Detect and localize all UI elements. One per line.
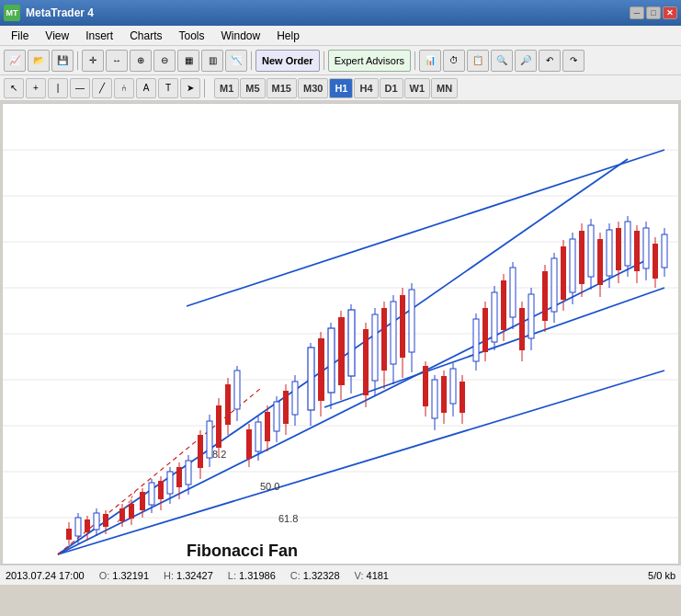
open-label: O: xyxy=(99,570,110,581)
tf-m30[interactable]: M30 xyxy=(298,78,328,98)
menu-tools[interactable]: Tools xyxy=(172,28,212,44)
tf-w1[interactable]: W1 xyxy=(404,78,431,98)
svg-rect-139 xyxy=(653,244,658,279)
tf-d1[interactable]: D1 xyxy=(380,78,403,98)
menu-view[interactable]: View xyxy=(38,28,76,44)
svg-rect-65 xyxy=(283,391,289,424)
tf-h4[interactable]: H4 xyxy=(354,78,378,98)
maximize-button[interactable]: □ xyxy=(646,6,661,19)
new-order-button[interactable]: New Order xyxy=(255,50,320,72)
text-tool[interactable]: A xyxy=(136,78,156,98)
fibonacci-fan-label: Fibonacci Fan xyxy=(187,542,298,560)
svg-rect-77 xyxy=(348,310,355,376)
zoom-out-button[interactable]: ⊖ xyxy=(153,50,176,72)
svg-rect-119 xyxy=(561,246,566,300)
svg-rect-93 xyxy=(432,380,437,418)
template-button[interactable]: 📋 xyxy=(467,50,489,72)
menu-file[interactable]: File xyxy=(4,28,36,44)
svg-rect-45 xyxy=(186,461,191,485)
crosshair-button[interactable]: ✛ xyxy=(82,50,104,72)
svg-rect-109 xyxy=(510,268,516,317)
volume-value: 4181 xyxy=(367,570,389,581)
main-toolbar: 📈 📂 💾 ✛ ↔ ⊕ ⊖ ▦ ▥ 📉 New Order Expert Adv… xyxy=(0,46,681,75)
vertical-line-tool[interactable]: | xyxy=(48,78,68,98)
zoom-in-button[interactable]: ⊕ xyxy=(130,50,152,72)
horizontal-line-tool[interactable]: — xyxy=(70,78,90,98)
scroll-button[interactable]: ↔ xyxy=(106,50,128,72)
crosshair-tool[interactable]: + xyxy=(26,78,46,98)
tf-m1[interactable]: M1 xyxy=(214,78,239,98)
tf-mn[interactable]: MN xyxy=(431,78,458,98)
svg-rect-95 xyxy=(441,376,447,413)
arrow-tool[interactable]: ↖ xyxy=(4,78,24,98)
svg-rect-57 xyxy=(246,429,252,459)
menu-insert[interactable]: Insert xyxy=(78,28,120,44)
expert-advisors-button[interactable]: Expert Advisors xyxy=(328,50,411,72)
svg-rect-83 xyxy=(381,308,387,371)
high-label: H: xyxy=(164,570,174,581)
label-tool[interactable]: T xyxy=(158,78,178,98)
chart-area[interactable]: 38.2 50.0 61.8 xyxy=(2,103,679,565)
trendline-tool[interactable]: ╱ xyxy=(92,78,112,98)
svg-rect-69 xyxy=(308,348,314,410)
tf-m5[interactable]: M5 xyxy=(240,78,265,98)
svg-rect-47 xyxy=(198,435,203,468)
svg-rect-79 xyxy=(363,329,369,395)
svg-rect-141 xyxy=(662,234,667,268)
svg-rect-55 xyxy=(234,371,240,409)
open-button[interactable]: 📂 xyxy=(28,50,50,72)
svg-rect-123 xyxy=(579,231,585,284)
svg-rect-103 xyxy=(482,308,488,352)
minimize-button[interactable]: ─ xyxy=(630,6,644,19)
svg-rect-41 xyxy=(167,472,173,494)
drawing-toolbar: ↖ + | — ╱ ⑃ A T ➤ M1 M5 M15 M30 H1 H4 D1… xyxy=(0,75,681,101)
svg-rect-85 xyxy=(391,302,396,364)
svg-rect-51 xyxy=(216,405,221,448)
svg-rect-113 xyxy=(528,294,534,338)
svg-rect-111 xyxy=(519,308,525,350)
new-chart-button[interactable]: 📈 xyxy=(4,50,26,72)
volume-label: V: xyxy=(355,570,364,581)
svg-rect-125 xyxy=(588,225,594,277)
tf-m15[interactable]: M15 xyxy=(267,78,297,98)
arrow-mark-tool[interactable]: ➤ xyxy=(180,78,200,98)
svg-rect-31 xyxy=(119,508,125,521)
datetime-label: 2013.07.24 17:00 xyxy=(6,570,85,581)
low-label: L: xyxy=(228,570,236,581)
tf-h1[interactable]: H1 xyxy=(329,78,353,98)
svg-rect-35 xyxy=(140,492,145,510)
svg-rect-20 xyxy=(66,529,72,540)
history-button[interactable]: ↶ xyxy=(539,50,561,72)
timeframe-group: M1 M5 M15 M30 H1 H4 D1 W1 MN xyxy=(214,78,458,98)
menu-charts[interactable]: Charts xyxy=(122,28,169,44)
svg-rect-107 xyxy=(501,280,506,330)
chart-zoom-out[interactable]: 🔎 xyxy=(515,50,537,72)
close-value: 1.32328 xyxy=(303,570,340,581)
pitchfork-tool[interactable]: ⑃ xyxy=(114,78,134,98)
svg-rect-33 xyxy=(129,504,134,519)
menu-help[interactable]: Help xyxy=(269,28,307,44)
svg-rect-26 xyxy=(94,513,99,530)
candle-button[interactable]: ▥ xyxy=(201,50,223,72)
separator5 xyxy=(204,79,205,97)
bar-chart-button[interactable]: ▦ xyxy=(177,50,199,72)
menu-window[interactable]: Window xyxy=(214,28,268,44)
line-chart-button[interactable]: 📉 xyxy=(225,50,247,72)
chart-zoom-in[interactable]: 🔍 xyxy=(491,50,513,72)
svg-rect-131 xyxy=(616,228,621,270)
save-button[interactable]: 💾 xyxy=(51,50,74,72)
svg-rect-53 xyxy=(225,384,231,425)
open-value: 1.32191 xyxy=(112,570,149,581)
indicators-button[interactable]: 📊 xyxy=(419,50,441,72)
svg-rect-73 xyxy=(328,328,335,393)
forward-button[interactable]: ↷ xyxy=(562,50,585,72)
close-button[interactable]: ✕ xyxy=(663,6,677,19)
title-bar: MT MetaTrader 4 ─ □ ✕ xyxy=(0,0,681,26)
svg-rect-61 xyxy=(265,412,270,441)
svg-rect-127 xyxy=(597,239,603,285)
periodicity-button[interactable]: ⏱ xyxy=(443,50,465,72)
svg-rect-24 xyxy=(85,519,90,532)
svg-rect-121 xyxy=(570,239,575,292)
svg-rect-137 xyxy=(643,228,649,268)
svg-rect-71 xyxy=(318,338,324,401)
